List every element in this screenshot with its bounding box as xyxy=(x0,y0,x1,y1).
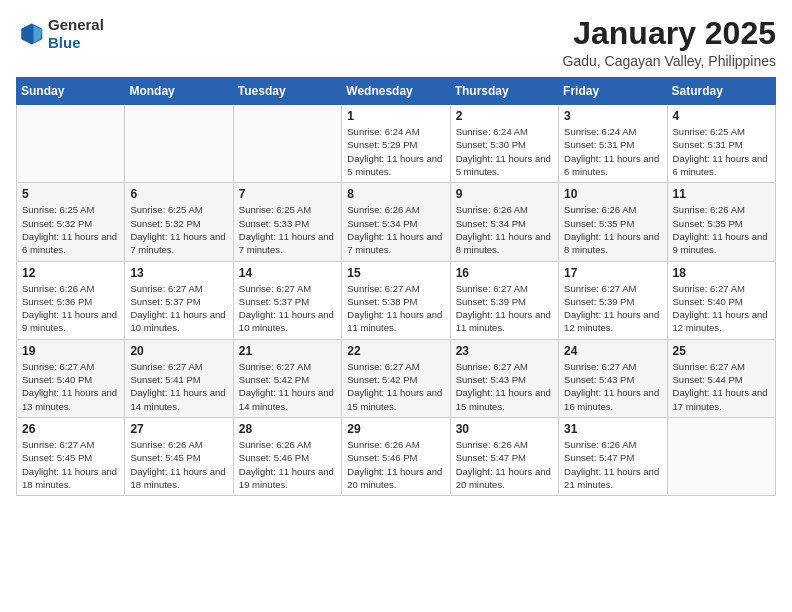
day-number: 19 xyxy=(22,344,119,358)
header-monday: Monday xyxy=(125,78,233,105)
day-info: Sunrise: 6:27 AM Sunset: 5:43 PM Dayligh… xyxy=(564,360,661,413)
calendar-table: SundayMondayTuesdayWednesdayThursdayFrid… xyxy=(16,77,776,496)
day-info: Sunrise: 6:26 AM Sunset: 5:36 PM Dayligh… xyxy=(22,282,119,335)
calendar-cell xyxy=(667,417,775,495)
header-friday: Friday xyxy=(559,78,667,105)
logo-icon xyxy=(16,20,44,48)
day-info: Sunrise: 6:27 AM Sunset: 5:37 PM Dayligh… xyxy=(130,282,227,335)
header-sunday: Sunday xyxy=(17,78,125,105)
calendar-cell: 3Sunrise: 6:24 AM Sunset: 5:31 PM Daylig… xyxy=(559,105,667,183)
calendar-cell: 1Sunrise: 6:24 AM Sunset: 5:29 PM Daylig… xyxy=(342,105,450,183)
day-number: 29 xyxy=(347,422,444,436)
header-saturday: Saturday xyxy=(667,78,775,105)
day-number: 13 xyxy=(130,266,227,280)
day-number: 4 xyxy=(673,109,770,123)
day-number: 11 xyxy=(673,187,770,201)
calendar-cell: 7Sunrise: 6:25 AM Sunset: 5:33 PM Daylig… xyxy=(233,183,341,261)
calendar-cell xyxy=(17,105,125,183)
day-number: 12 xyxy=(22,266,119,280)
day-info: Sunrise: 6:27 AM Sunset: 5:42 PM Dayligh… xyxy=(239,360,336,413)
day-info: Sunrise: 6:27 AM Sunset: 5:39 PM Dayligh… xyxy=(456,282,553,335)
day-info: Sunrise: 6:24 AM Sunset: 5:30 PM Dayligh… xyxy=(456,125,553,178)
calendar-cell: 30Sunrise: 6:26 AM Sunset: 5:47 PM Dayli… xyxy=(450,417,558,495)
day-info: Sunrise: 6:27 AM Sunset: 5:37 PM Dayligh… xyxy=(239,282,336,335)
calendar-cell: 18Sunrise: 6:27 AM Sunset: 5:40 PM Dayli… xyxy=(667,261,775,339)
calendar-cell: 21Sunrise: 6:27 AM Sunset: 5:42 PM Dayli… xyxy=(233,339,341,417)
week-row-3: 12Sunrise: 6:26 AM Sunset: 5:36 PM Dayli… xyxy=(17,261,776,339)
calendar-cell: 29Sunrise: 6:26 AM Sunset: 5:46 PM Dayli… xyxy=(342,417,450,495)
day-info: Sunrise: 6:24 AM Sunset: 5:29 PM Dayligh… xyxy=(347,125,444,178)
day-info: Sunrise: 6:27 AM Sunset: 5:42 PM Dayligh… xyxy=(347,360,444,413)
week-row-2: 5Sunrise: 6:25 AM Sunset: 5:32 PM Daylig… xyxy=(17,183,776,261)
day-number: 14 xyxy=(239,266,336,280)
day-info: Sunrise: 6:27 AM Sunset: 5:41 PM Dayligh… xyxy=(130,360,227,413)
day-info: Sunrise: 6:26 AM Sunset: 5:46 PM Dayligh… xyxy=(239,438,336,491)
calendar-cell: 8Sunrise: 6:26 AM Sunset: 5:34 PM Daylig… xyxy=(342,183,450,261)
day-number: 27 xyxy=(130,422,227,436)
day-number: 2 xyxy=(456,109,553,123)
day-number: 16 xyxy=(456,266,553,280)
calendar-cell: 15Sunrise: 6:27 AM Sunset: 5:38 PM Dayli… xyxy=(342,261,450,339)
day-number: 1 xyxy=(347,109,444,123)
week-row-1: 1Sunrise: 6:24 AM Sunset: 5:29 PM Daylig… xyxy=(17,105,776,183)
calendar-cell: 13Sunrise: 6:27 AM Sunset: 5:37 PM Dayli… xyxy=(125,261,233,339)
svg-marker-1 xyxy=(34,25,43,43)
calendar-cell xyxy=(233,105,341,183)
calendar-cell: 19Sunrise: 6:27 AM Sunset: 5:40 PM Dayli… xyxy=(17,339,125,417)
day-number: 25 xyxy=(673,344,770,358)
header: General Blue January 2025 Gadu, Cagayan … xyxy=(16,16,776,69)
calendar-cell xyxy=(125,105,233,183)
day-info: Sunrise: 6:27 AM Sunset: 5:38 PM Dayligh… xyxy=(347,282,444,335)
day-info: Sunrise: 6:27 AM Sunset: 5:43 PM Dayligh… xyxy=(456,360,553,413)
day-number: 28 xyxy=(239,422,336,436)
day-number: 17 xyxy=(564,266,661,280)
day-number: 3 xyxy=(564,109,661,123)
day-info: Sunrise: 6:27 AM Sunset: 5:40 PM Dayligh… xyxy=(673,282,770,335)
day-number: 5 xyxy=(22,187,119,201)
calendar-cell: 24Sunrise: 6:27 AM Sunset: 5:43 PM Dayli… xyxy=(559,339,667,417)
day-info: Sunrise: 6:26 AM Sunset: 5:34 PM Dayligh… xyxy=(456,203,553,256)
calendar-cell: 10Sunrise: 6:26 AM Sunset: 5:35 PM Dayli… xyxy=(559,183,667,261)
calendar-cell: 27Sunrise: 6:26 AM Sunset: 5:45 PM Dayli… xyxy=(125,417,233,495)
header-wednesday: Wednesday xyxy=(342,78,450,105)
day-number: 8 xyxy=(347,187,444,201)
calendar-cell: 23Sunrise: 6:27 AM Sunset: 5:43 PM Dayli… xyxy=(450,339,558,417)
calendar-cell: 12Sunrise: 6:26 AM Sunset: 5:36 PM Dayli… xyxy=(17,261,125,339)
day-info: Sunrise: 6:26 AM Sunset: 5:45 PM Dayligh… xyxy=(130,438,227,491)
day-info: Sunrise: 6:26 AM Sunset: 5:35 PM Dayligh… xyxy=(564,203,661,256)
calendar-cell: 6Sunrise: 6:25 AM Sunset: 5:32 PM Daylig… xyxy=(125,183,233,261)
day-info: Sunrise: 6:27 AM Sunset: 5:45 PM Dayligh… xyxy=(22,438,119,491)
day-number: 6 xyxy=(130,187,227,201)
calendar-cell: 20Sunrise: 6:27 AM Sunset: 5:41 PM Dayli… xyxy=(125,339,233,417)
week-row-4: 19Sunrise: 6:27 AM Sunset: 5:40 PM Dayli… xyxy=(17,339,776,417)
calendar-cell: 16Sunrise: 6:27 AM Sunset: 5:39 PM Dayli… xyxy=(450,261,558,339)
logo-line1: General xyxy=(48,16,104,34)
day-number: 18 xyxy=(673,266,770,280)
day-number: 24 xyxy=(564,344,661,358)
week-row-5: 26Sunrise: 6:27 AM Sunset: 5:45 PM Dayli… xyxy=(17,417,776,495)
calendar-cell: 22Sunrise: 6:27 AM Sunset: 5:42 PM Dayli… xyxy=(342,339,450,417)
calendar-cell: 2Sunrise: 6:24 AM Sunset: 5:30 PM Daylig… xyxy=(450,105,558,183)
day-number: 30 xyxy=(456,422,553,436)
location-subtitle: Gadu, Cagayan Valley, Philippines xyxy=(563,53,777,69)
calendar-cell: 14Sunrise: 6:27 AM Sunset: 5:37 PM Dayli… xyxy=(233,261,341,339)
header-tuesday: Tuesday xyxy=(233,78,341,105)
logo: General Blue xyxy=(16,16,104,52)
day-info: Sunrise: 6:25 AM Sunset: 5:33 PM Dayligh… xyxy=(239,203,336,256)
day-number: 20 xyxy=(130,344,227,358)
day-info: Sunrise: 6:24 AM Sunset: 5:31 PM Dayligh… xyxy=(564,125,661,178)
calendar-header-row: SundayMondayTuesdayWednesdayThursdayFrid… xyxy=(17,78,776,105)
calendar-cell: 28Sunrise: 6:26 AM Sunset: 5:46 PM Dayli… xyxy=(233,417,341,495)
day-info: Sunrise: 6:26 AM Sunset: 5:34 PM Dayligh… xyxy=(347,203,444,256)
title-block: January 2025 Gadu, Cagayan Valley, Phili… xyxy=(563,16,777,69)
calendar-cell: 4Sunrise: 6:25 AM Sunset: 5:31 PM Daylig… xyxy=(667,105,775,183)
calendar-cell: 31Sunrise: 6:26 AM Sunset: 5:47 PM Dayli… xyxy=(559,417,667,495)
day-info: Sunrise: 6:25 AM Sunset: 5:31 PM Dayligh… xyxy=(673,125,770,178)
calendar-cell: 25Sunrise: 6:27 AM Sunset: 5:44 PM Dayli… xyxy=(667,339,775,417)
day-info: Sunrise: 6:27 AM Sunset: 5:40 PM Dayligh… xyxy=(22,360,119,413)
day-number: 31 xyxy=(564,422,661,436)
day-number: 22 xyxy=(347,344,444,358)
day-info: Sunrise: 6:26 AM Sunset: 5:46 PM Dayligh… xyxy=(347,438,444,491)
day-info: Sunrise: 6:25 AM Sunset: 5:32 PM Dayligh… xyxy=(22,203,119,256)
day-info: Sunrise: 6:27 AM Sunset: 5:39 PM Dayligh… xyxy=(564,282,661,335)
